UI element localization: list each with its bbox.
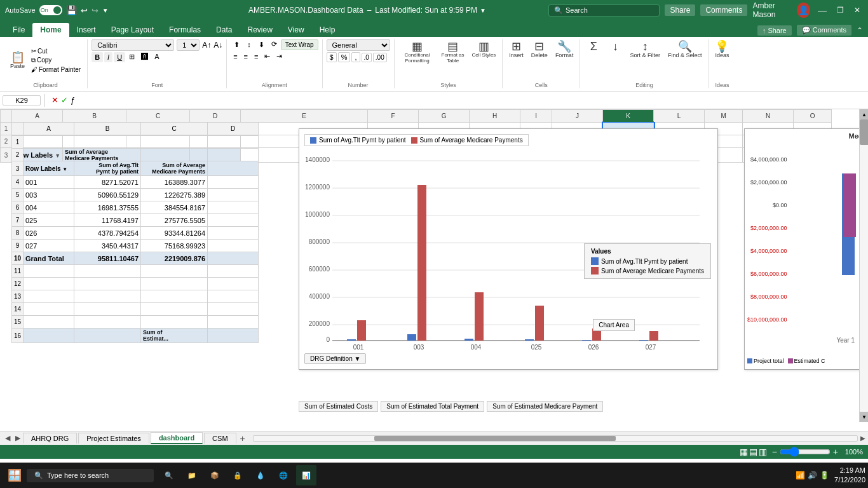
val-026-medicare[interactable]: 93344.81264	[141, 227, 208, 240]
cell-a1[interactable]	[12, 123, 63, 135]
wrap-text-button[interactable]: Text Wrap	[281, 39, 318, 50]
undo-icon[interactable]: ↩	[81, 6, 88, 15]
start-button[interactable]: 🪟	[3, 466, 27, 485]
label-027[interactable]: 027	[24, 240, 74, 252]
col-header-g[interactable]: G	[419, 110, 470, 123]
col-header-o[interactable]: O	[794, 110, 832, 123]
cell[interactable]	[208, 149, 259, 161]
cell-c1[interactable]	[126, 123, 190, 135]
cell[interactable]	[208, 189, 259, 201]
cell-reference-box[interactable]	[3, 95, 41, 105]
taskbar-icon-security[interactable]: 🔒	[227, 465, 248, 485]
cell[interactable]	[208, 201, 259, 214]
cell[interactable]	[208, 316, 259, 329]
bold-button[interactable]: B	[92, 52, 103, 62]
autosum-button[interactable]: Σ	[584, 39, 603, 60]
title-dropdown-icon[interactable]: ▼	[480, 7, 486, 14]
restore-button[interactable]: ❐	[834, 6, 846, 15]
taskbar-icon-dropbox[interactable]: 💧	[250, 465, 271, 485]
paste-button[interactable]: 📋 Paste	[8, 50, 27, 71]
orientation-icon[interactable]: ⟳	[269, 39, 280, 50]
drg-filter-btn[interactable]: DRG Definition ▼	[304, 353, 366, 364]
tab-formulas[interactable]: Formulas	[161, 23, 208, 37]
increase-decimal-btn[interactable]: .00	[373, 53, 387, 62]
tray-sound-icon[interactable]: 🔊	[808, 471, 817, 480]
sort-filter-button[interactable]: ↕ Sort & Filter	[627, 39, 663, 60]
cell[interactable]	[24, 316, 74, 329]
minimize-button[interactable]: —	[815, 5, 829, 15]
align-right-icon[interactable]: ≡	[252, 52, 261, 61]
cell[interactable]	[74, 149, 141, 161]
col-header-h[interactable]: H	[470, 110, 520, 123]
col-header-c[interactable]: C	[126, 110, 190, 123]
redo-icon[interactable]: ↪	[92, 6, 98, 15]
format-as-table-button[interactable]: ▤ Format as Table	[439, 39, 467, 65]
taskbar-datetime[interactable]: 2:19 AM 7/12/2020	[834, 466, 865, 485]
tray-network-icon[interactable]: 📶	[796, 471, 805, 480]
scroll-up-btn[interactable]: ▲	[860, 109, 868, 119]
h-scroll-thumb[interactable]	[374, 436, 616, 441]
val-003-medicare[interactable]: 1226275.389	[141, 189, 208, 201]
tab-csm[interactable]: CSM	[204, 433, 236, 444]
tab-help[interactable]: Help	[312, 23, 343, 37]
font-name-dropdown[interactable]: Calibri	[92, 39, 174, 51]
cell[interactable]	[208, 303, 259, 316]
delete-button[interactable]: ⊟ Delete	[529, 39, 550, 60]
cell[interactable]	[141, 136, 208, 149]
scroll-tabs-right[interactable]: ▶	[13, 434, 23, 442]
cell[interactable]	[24, 278, 74, 290]
cell[interactable]	[24, 136, 74, 149]
taskbar-icon-edge[interactable]: 🌐	[273, 465, 294, 485]
taskbar-search-box[interactable]: 🔍 Type here to search	[27, 469, 154, 482]
ideas-button[interactable]: 💡 Ideas	[712, 39, 731, 60]
fill-color-button[interactable]: 🅰	[139, 52, 151, 62]
format-button[interactable]: 🔧 Format	[553, 39, 576, 60]
tab-data[interactable]: Data	[208, 23, 240, 37]
tab-home[interactable]: Home	[32, 23, 69, 37]
page-layout-view-btn[interactable]: ▤	[749, 447, 757, 457]
val-025-medicare[interactable]: 275776.5505	[141, 214, 208, 227]
tab-view[interactable]: View	[280, 23, 312, 37]
decrease-decimal-btn[interactable]: .0	[362, 53, 372, 62]
cell[interactable]	[141, 316, 208, 329]
scroll-down-btn[interactable]: ▼	[860, 412, 868, 422]
cell[interactable]	[208, 136, 259, 149]
col-header-a[interactable]: A	[12, 110, 63, 123]
drg-filter-button[interactable]: DRG Definition ▼	[304, 353, 366, 364]
cell[interactable]	[141, 265, 208, 278]
scroll-thumb[interactable]	[860, 119, 868, 145]
cell[interactable]	[74, 265, 141, 278]
cell[interactable]	[208, 278, 259, 290]
align-left-icon[interactable]: ≡	[231, 52, 240, 61]
col-header-i[interactable]: I	[520, 110, 552, 123]
col-header-l[interactable]: L	[654, 110, 705, 123]
dropdown-icon[interactable]: ▼	[102, 7, 109, 14]
align-top-icon[interactable]: ⬆	[231, 39, 243, 50]
cancel-formula-icon[interactable]: ✕	[51, 95, 58, 105]
close-button[interactable]: ✕	[851, 6, 863, 15]
tray-battery-icon[interactable]: 🔋	[820, 471, 829, 480]
val-025-avg[interactable]: 11768.4197	[74, 214, 141, 227]
cell[interactable]	[208, 290, 259, 303]
percent-button[interactable]: %	[338, 52, 351, 62]
cell[interactable]	[24, 265, 74, 278]
page-break-view-btn[interactable]: ▥	[759, 447, 767, 457]
chart-2[interactable]: Mec $4,000,000.00 $2,000,000.00 $0.00 $2…	[744, 128, 868, 370]
label-025[interactable]: 025	[24, 214, 74, 227]
chart-1[interactable]: Sum of Avg.Tlt Pymt by patient Sum of Av…	[299, 128, 718, 370]
add-sheet-button[interactable]: +	[238, 433, 248, 444]
shrink-font-icon[interactable]: A↓	[214, 41, 222, 50]
cell[interactable]	[141, 303, 208, 316]
comments-button[interactable]: Comments	[700, 4, 747, 16]
col-header-k[interactable]: K	[603, 110, 654, 123]
cell[interactable]	[24, 290, 74, 303]
number-format-dropdown[interactable]: General	[327, 39, 390, 51]
cell[interactable]	[208, 265, 259, 278]
cell[interactable]	[74, 278, 141, 290]
share-ribbon-btn[interactable]: ↑ Share	[757, 25, 792, 36]
col-header-j[interactable]: J	[552, 110, 603, 123]
cell[interactable]	[208, 176, 259, 189]
tab-ahrq-drg[interactable]: AHRQ DRG	[23, 433, 77, 444]
cell[interactable]	[208, 240, 259, 252]
val-001-medicare[interactable]: 163889.3077	[141, 176, 208, 189]
